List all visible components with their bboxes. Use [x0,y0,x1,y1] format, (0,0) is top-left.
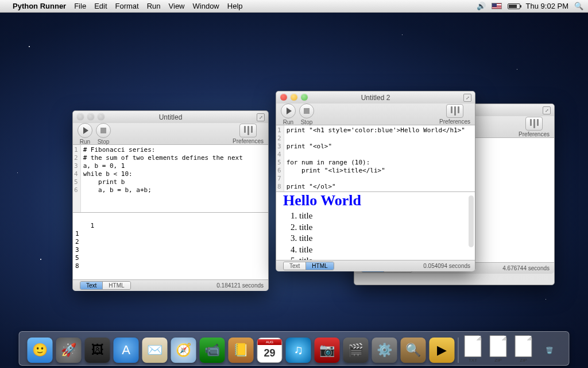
output-pane: 1 1 2 3 5 8 [73,213,268,279]
window-1[interactable]: Untitled ⤢ Run Stop Preferences 1 2 3 4 … [72,110,269,291]
fullscreen-button[interactable]: ⤢ [543,106,551,114]
window-title: Untitled 2 [361,94,390,102]
dock: 🙂 🚀 🖼 A ✉️ 🧭 📹 📒 AUG 29 ♫ 📷 🎬 ⚙️ 🔍 ▶ TXT… [19,331,570,366]
dock-finder[interactable]: 🙂 [28,338,53,363]
mode-html[interactable]: HTML [102,282,130,289]
preferences-label: Preferences [439,118,470,125]
line-gutter: 1 2 3 4 5 6 7 8 [276,125,284,191]
dock-file-zip-2[interactable]: ZIP [513,335,535,363]
dock-photobooth[interactable]: 📷 [315,338,340,363]
menu-view[interactable]: View [169,2,185,10]
run-label: Run [80,139,90,145]
menu-format[interactable]: Format [115,2,139,10]
dock-trash[interactable]: 🗑️ [538,338,561,363]
calendar-day: 29 [264,345,275,361]
play-icon [83,127,88,134]
timing: 0.184121 seconds [216,282,264,289]
preferences-button[interactable]: Preferences [233,124,264,144]
dock-appstore[interactable]: A [114,338,139,363]
statusbar: Text HTML 0.184121 seconds [73,279,268,291]
dock-file-txt[interactable]: TXT [462,335,484,363]
list-item: title [299,244,468,256]
timing: 4.676744 seconds [502,265,550,271]
stop-button[interactable]: Stop [299,103,314,125]
dock-facetime[interactable]: 📹 [200,338,225,363]
stop-button[interactable]: Stop [96,123,111,145]
scrollbar[interactable] [469,195,474,247]
mode-text[interactable]: Text [80,282,102,289]
minimize-button[interactable] [291,94,297,101]
titlebar[interactable]: Untitled 2 ⤢ [276,91,475,103]
preferences-button[interactable]: Preferences [519,117,550,137]
app-name[interactable]: Python Runner [13,2,66,10]
fullscreen-button[interactable]: ⤢ [257,113,265,121]
stop-label: Stop [98,139,110,145]
dock-addressbook[interactable]: 📒 [229,338,254,363]
mode-html[interactable]: HTML [305,262,333,270]
input-source-icon[interactable] [492,3,502,9]
menu-help[interactable]: Help [227,2,243,10]
code-text[interactable]: # Fibonacci series: # the sum of two ele… [81,145,268,212]
line-gutter: 1 2 3 4 5 6 [73,145,81,212]
output-mode-segment[interactable]: Text HTML [283,262,334,270]
dock-file-zip-1[interactable]: ZIP [488,335,509,363]
minimize-button[interactable] [87,113,94,120]
output-mode-segment[interactable]: Text HTML [80,281,131,290]
code-text[interactable]: print "<h1 style='color:blue'>Hello Worl… [284,125,475,191]
toolbar: Run Stop Preferences [73,123,268,145]
output-list: titletitletitletitletitletitle [299,210,468,260]
dock-preview[interactable]: 🔍 [401,338,426,363]
run-button[interactable]: Run [78,123,92,145]
dock-imovie[interactable]: 🎬 [343,338,369,363]
battery-icon[interactable] [508,3,520,9]
list-item: title [299,210,468,222]
stop-icon [100,128,106,133]
titlebar[interactable]: Untitled ⤢ [73,111,268,123]
output-text: 1 1 2 3 5 8 [75,222,94,270]
preferences-icon [451,106,459,116]
dock-calendar[interactable]: AUG 29 [257,338,283,363]
dock-safari[interactable]: 🧭 [171,338,196,363]
mode-text[interactable]: Text [284,262,305,270]
run-label: Run [283,119,293,125]
menubar: Python Runner File Edit Format Run View … [0,0,588,13]
zoom-button[interactable] [98,113,105,120]
dock-sysprefs[interactable]: ⚙️ [372,338,397,363]
code-editor[interactable]: 1 2 3 4 5 6 # Fibonacci series: # the su… [73,145,268,213]
statusbar: Text HTML 0.054094 seconds [276,260,475,271]
close-button[interactable] [280,94,287,101]
list-item: title [299,233,468,244]
clock[interactable]: Thu 9:02 PM [526,2,568,10]
toolbar: Run Stop Preferences [276,103,475,125]
stop-label: Stop [301,119,313,125]
dock-launchpad[interactable]: 🚀 [56,338,82,363]
volume-icon[interactable]: 🔊 [477,2,486,10]
preferences-button[interactable]: Preferences [439,104,470,125]
menu-run[interactable]: Run [147,2,161,10]
spotlight-icon[interactable]: 🔍 [574,2,583,10]
output-pane: Hello World titletitletitletitletitletit… [276,192,475,260]
preferences-icon [244,126,253,135]
preferences-label: Preferences [519,131,550,137]
dock-pythonrunner[interactable]: ▶ [430,338,455,363]
dock-itunes[interactable]: ♫ [286,338,311,363]
play-icon [287,108,292,114]
menu-edit[interactable]: Edit [94,2,107,10]
run-button[interactable]: Run [281,103,296,125]
list-item: title [299,222,468,233]
dock-mail[interactable]: ✉️ [142,338,168,363]
close-button[interactable] [77,113,84,120]
code-editor[interactable]: 1 2 3 4 5 6 7 8 print "<h1 style='color:… [276,125,475,192]
output-heading: Hello World [283,197,468,205]
list-item: title [299,255,468,260]
zoom-button[interactable] [301,94,308,101]
stop-icon [304,108,310,114]
preferences-label: Preferences [233,138,264,144]
dock-separator [458,338,459,363]
menu-file[interactable]: File [74,2,86,10]
menu-window[interactable]: Window [193,2,219,10]
calendar-month: AUG [258,339,282,345]
window-2[interactable]: Untitled 2 ⤢ Run Stop Preferences 1 2 3 … [276,91,475,271]
dock-mission-control[interactable]: 🖼 [85,338,110,363]
fullscreen-button[interactable]: ⤢ [463,94,471,102]
